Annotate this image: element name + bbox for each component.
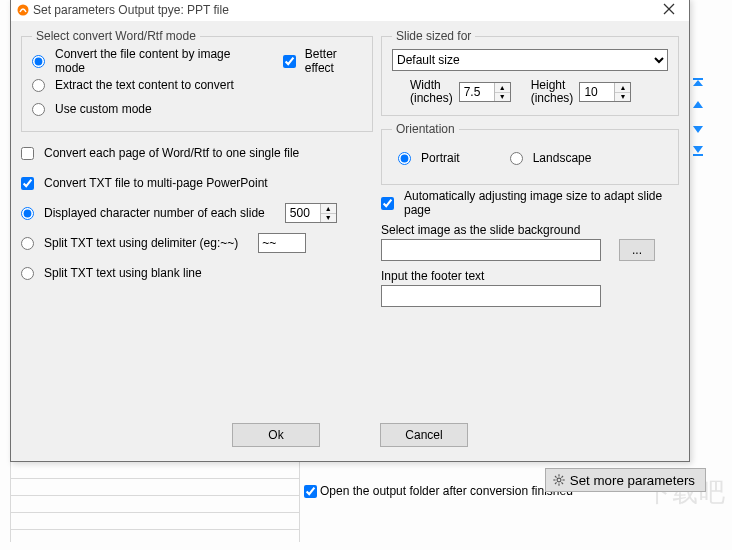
- set-parameters-dialog: Set parameters Output tpye: PPT file Sel…: [10, 0, 690, 462]
- width-input[interactable]: [460, 83, 494, 101]
- open-output-label: Open the output folder after conversion …: [320, 484, 573, 498]
- checkbox-better-effect[interactable]: [283, 55, 296, 68]
- radio-custom-mode[interactable]: [32, 103, 45, 116]
- radio-split-blank[interactable]: [21, 267, 34, 280]
- label-by-image: Convert the file content by image mode: [55, 47, 240, 75]
- svg-marker-4: [693, 146, 703, 153]
- footer-text-input[interactable]: [381, 285, 601, 307]
- svg-rect-0: [693, 78, 703, 80]
- width-label: Width (inches): [410, 79, 453, 105]
- svg-line-13: [555, 482, 557, 484]
- radio-by-image[interactable]: [32, 55, 45, 68]
- svg-marker-2: [693, 101, 703, 108]
- height-down[interactable]: ▼: [615, 93, 630, 102]
- height-input[interactable]: [580, 83, 614, 101]
- svg-line-14: [561, 476, 563, 478]
- open-output-checkbox[interactable]: [304, 485, 317, 498]
- svg-point-6: [557, 478, 561, 482]
- arrow-down-bottom-icon[interactable]: [690, 142, 706, 158]
- label-txt-multi: Convert TXT file to multi-page PowerPoin…: [44, 176, 268, 190]
- convert-mode-legend: Select convert Word/Rtf mode: [32, 29, 200, 43]
- label-better-effect: Better effect: [305, 47, 362, 75]
- arrow-up-icon[interactable]: [690, 98, 706, 114]
- file-list-grid: [10, 462, 300, 542]
- radio-split-delimiter[interactable]: [21, 237, 34, 250]
- char-num-input[interactable]: [286, 204, 320, 222]
- radio-char-num[interactable]: [21, 207, 34, 220]
- svg-rect-5: [693, 154, 703, 156]
- svg-line-12: [561, 482, 563, 484]
- label-portrait: Portrait: [421, 151, 460, 165]
- label-split-blank: Split TXT text using blank line: [44, 266, 202, 280]
- slide-size-legend: Slide sized for: [392, 29, 475, 43]
- titlebar: Set parameters Output tpye: PPT file: [11, 0, 689, 21]
- slide-size-select[interactable]: Default size: [392, 49, 668, 71]
- height-up[interactable]: ▲: [615, 83, 630, 93]
- svg-line-11: [555, 476, 557, 478]
- arrow-up-top-icon[interactable]: [690, 76, 706, 92]
- radio-landscape[interactable]: [510, 152, 523, 165]
- set-more-parameters-button[interactable]: Set more parameters: [545, 468, 706, 492]
- width-up[interactable]: ▲: [495, 83, 510, 93]
- orientation-legend: Orientation: [392, 122, 459, 136]
- arrow-down-icon[interactable]: [690, 120, 706, 136]
- bottom-options: Open the output folder after conversion …: [300, 480, 573, 502]
- convert-mode-group: Select convert Word/Rtf mode Convert the…: [21, 29, 373, 132]
- ok-button[interactable]: Ok: [232, 423, 320, 447]
- svg-marker-3: [693, 126, 703, 133]
- close-button[interactable]: [649, 0, 689, 19]
- char-num-up[interactable]: ▲: [321, 204, 336, 214]
- delimiter-input[interactable]: [258, 233, 306, 253]
- radio-extract-text[interactable]: [32, 79, 45, 92]
- label-char-num: Displayed character number of each slide: [44, 206, 265, 220]
- slide-size-group: Slide sized for Default size Width (inch…: [381, 29, 679, 116]
- dialog-title: Set parameters Output tpye: PPT file: [33, 3, 229, 17]
- checkbox-auto-adjust[interactable]: [381, 197, 394, 210]
- char-num-down[interactable]: ▼: [321, 214, 336, 223]
- app-icon: [15, 2, 31, 18]
- orientation-group: Orientation Portrait Landscape: [381, 122, 679, 185]
- label-split-delimiter: Split TXT text using delimiter (eg:~~): [44, 236, 238, 250]
- svg-marker-1: [693, 80, 703, 86]
- radio-portrait[interactable]: [398, 152, 411, 165]
- dialog-button-row: Ok Cancel: [11, 423, 689, 447]
- bg-image-label: Select image as the slide background: [381, 223, 679, 237]
- label-landscape: Landscape: [533, 151, 592, 165]
- gear-icon: [552, 473, 566, 487]
- label-custom-mode: Use custom mode: [55, 102, 152, 116]
- height-spinner[interactable]: ▲▼: [579, 82, 631, 102]
- svg-point-15: [18, 5, 29, 16]
- browse-bg-button[interactable]: ...: [619, 239, 655, 261]
- footer-text-label: Input the footer text: [381, 269, 679, 283]
- cancel-button[interactable]: Cancel: [380, 423, 468, 447]
- height-label: Height (inches): [531, 79, 574, 105]
- label-auto-adjust: Automatically adjusting image size to ad…: [404, 189, 679, 217]
- close-icon: [663, 3, 675, 15]
- label-one-single-file: Convert each page of Word/Rtf to one sin…: [44, 146, 299, 160]
- checkbox-one-single-file[interactable]: [21, 147, 34, 160]
- width-down[interactable]: ▼: [495, 93, 510, 102]
- checkbox-txt-multi[interactable]: [21, 177, 34, 190]
- width-spinner[interactable]: ▲▼: [459, 82, 511, 102]
- label-extract-text: Extract the text content to convert: [55, 78, 234, 92]
- char-num-spinner[interactable]: ▲▼: [285, 203, 337, 223]
- bg-image-input[interactable]: [381, 239, 601, 261]
- set-more-label: Set more parameters: [570, 473, 695, 488]
